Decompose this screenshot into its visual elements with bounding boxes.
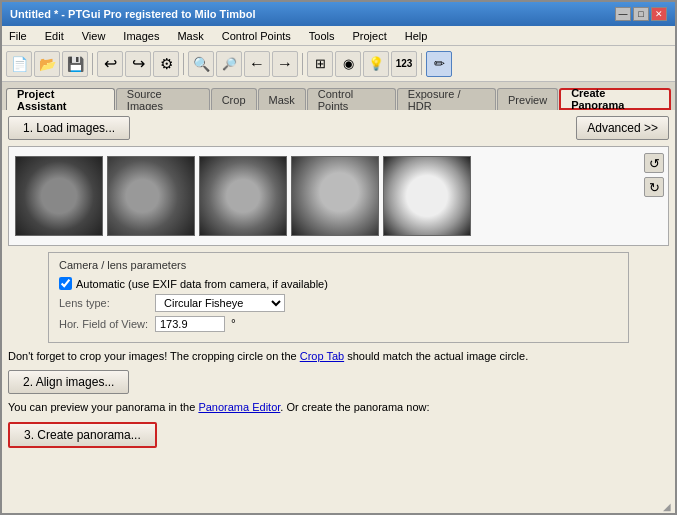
preview-text-1: You can preview your panorama in the xyxy=(8,401,198,413)
window-controls: — □ ✕ xyxy=(615,7,667,21)
align-images-button[interactable]: 2. Align images... xyxy=(8,370,129,394)
crop-info-text: Don't forget to crop your images! The cr… xyxy=(8,349,669,364)
tab-exposure-hdr[interactable]: Exposure / HDR xyxy=(397,88,496,110)
lens-type-select[interactable]: Circular Fisheye xyxy=(155,294,285,312)
crop-tab-link[interactable]: Crop Tab xyxy=(300,350,344,362)
circle-button[interactable]: ◉ xyxy=(335,51,361,77)
grid-button[interactable]: ⊞ xyxy=(307,51,333,77)
tab-preview[interactable]: Preview xyxy=(497,88,558,110)
preview-info-text: You can preview your panorama in the Pan… xyxy=(8,400,669,415)
menu-view[interactable]: View xyxy=(79,30,109,42)
fisheye-image-3 xyxy=(200,157,286,235)
zoom-in-button[interactable]: 🔍 xyxy=(188,51,214,77)
tab-create-panorama[interactable]: Create Panorama xyxy=(559,88,671,110)
new-button[interactable]: 📄 xyxy=(6,51,32,77)
assistant-panel: 1. Load images... Advanced >> xyxy=(8,116,669,507)
zoom-out-button[interactable]: 🔎 xyxy=(216,51,242,77)
toolbar-sep-3 xyxy=(302,53,303,75)
resize-handle[interactable]: ◢ xyxy=(663,501,673,511)
load-images-button[interactable]: 1. Load images... xyxy=(8,116,130,140)
fisheye-image-2 xyxy=(108,157,194,235)
fov-label: Hor. Field of View: xyxy=(59,318,149,330)
toolbar-sep-2 xyxy=(183,53,184,75)
auto-checkbox-row: Automatic (use EXIF data from camera, if… xyxy=(59,277,618,290)
fisheye-image-5 xyxy=(384,157,470,235)
tab-crop[interactable]: Crop xyxy=(211,88,257,110)
fov-input[interactable] xyxy=(155,316,225,332)
image-thumb-4[interactable] xyxy=(291,156,379,236)
tab-mask[interactable]: Mask xyxy=(258,88,306,110)
fisheye-image-1 xyxy=(16,157,102,235)
rotate-ccw-button[interactable]: ↺ xyxy=(644,153,664,173)
image-thumb-2[interactable] xyxy=(107,156,195,236)
redo-button[interactable]: ↪ xyxy=(125,51,151,77)
create-row: 3. Create panorama... xyxy=(8,422,669,448)
title-bar: Untitled * - PTGui Pro registered to Mil… xyxy=(2,2,675,26)
fov-unit: ° xyxy=(231,317,236,331)
main-window: Untitled * - PTGui Pro registered to Mil… xyxy=(0,0,677,515)
save-button[interactable]: 💾 xyxy=(62,51,88,77)
fisheye-image-4 xyxy=(292,157,378,235)
menu-project[interactable]: Project xyxy=(350,30,390,42)
preview-text-2: . Or create the panorama now: xyxy=(280,401,429,413)
toolbar-sep-4 xyxy=(421,53,422,75)
auto-exif-text: Automatic (use EXIF data from camera, if… xyxy=(76,278,328,290)
menu-images[interactable]: Images xyxy=(120,30,162,42)
toolbar-sep-1 xyxy=(92,53,93,75)
tab-bar: Project Assistant Source Images Crop Mas… xyxy=(2,82,675,110)
menu-tools[interactable]: Tools xyxy=(306,30,338,42)
toolbar: 📄 📂 💾 ↩ ↪ ⚙ 🔍 🔎 ← → ⊞ ◉ 💡 123 ✏ xyxy=(2,46,675,82)
crop-info-text-2: should match the actual image circle. xyxy=(344,350,528,362)
auto-exif-checkbox[interactable] xyxy=(59,277,72,290)
tab-control-points[interactable]: Control Points xyxy=(307,88,396,110)
open-button[interactable]: 📂 xyxy=(34,51,60,77)
back-button[interactable]: ← xyxy=(244,51,270,77)
menu-edit[interactable]: Edit xyxy=(42,30,67,42)
forward-button[interactable]: → xyxy=(272,51,298,77)
lens-type-row: Lens type: Circular Fisheye xyxy=(59,294,618,312)
menu-bar: File Edit View Images Mask Control Point… xyxy=(2,26,675,46)
strip-side-buttons: ↺ ↻ xyxy=(644,153,664,197)
crop-info-text-1: Don't forget to crop your images! The cr… xyxy=(8,350,300,362)
camera-section-title: Camera / lens parameters xyxy=(59,259,618,271)
create-panorama-button[interactable]: 3. Create panorama... xyxy=(8,422,157,448)
tab-project-assistant[interactable]: Project Assistant xyxy=(6,88,115,110)
window-title: Untitled * - PTGui Pro registered to Mil… xyxy=(10,8,255,20)
undo-button[interactable]: ↩ xyxy=(97,51,123,77)
close-button[interactable]: ✕ xyxy=(651,7,667,21)
light-button[interactable]: 💡 xyxy=(363,51,389,77)
numbers-button[interactable]: 123 xyxy=(391,51,417,77)
rotate-cw-button[interactable]: ↻ xyxy=(644,177,664,197)
advanced-button[interactable]: Advanced >> xyxy=(576,116,669,140)
panorama-tool-button[interactable]: ✏ xyxy=(426,51,452,77)
camera-lens-section: Camera / lens parameters Automatic (use … xyxy=(48,252,629,343)
lens-type-label: Lens type: xyxy=(59,297,149,309)
auto-exif-label[interactable]: Automatic (use EXIF data from camera, if… xyxy=(59,277,328,290)
align-row: 2. Align images... xyxy=(8,370,669,394)
menu-help[interactable]: Help xyxy=(402,30,431,42)
minimize-button[interactable]: — xyxy=(615,7,631,21)
menu-mask[interactable]: Mask xyxy=(174,30,206,42)
image-thumb-3[interactable] xyxy=(199,156,287,236)
main-content: 1. Load images... Advanced >> xyxy=(2,110,675,513)
image-thumb-1[interactable] xyxy=(15,156,103,236)
top-row: 1. Load images... Advanced >> xyxy=(8,116,669,140)
fov-row: Hor. Field of View: ° xyxy=(59,316,618,332)
panorama-editor-link[interactable]: Panorama Editor xyxy=(198,401,280,413)
settings-button[interactable]: ⚙ xyxy=(153,51,179,77)
maximize-button[interactable]: □ xyxy=(633,7,649,21)
image-thumb-5[interactable] xyxy=(383,156,471,236)
image-strip: ↺ ↻ xyxy=(8,146,669,246)
menu-control-points[interactable]: Control Points xyxy=(219,30,294,42)
menu-file[interactable]: File xyxy=(6,30,30,42)
tab-source-images[interactable]: Source Images xyxy=(116,88,210,110)
